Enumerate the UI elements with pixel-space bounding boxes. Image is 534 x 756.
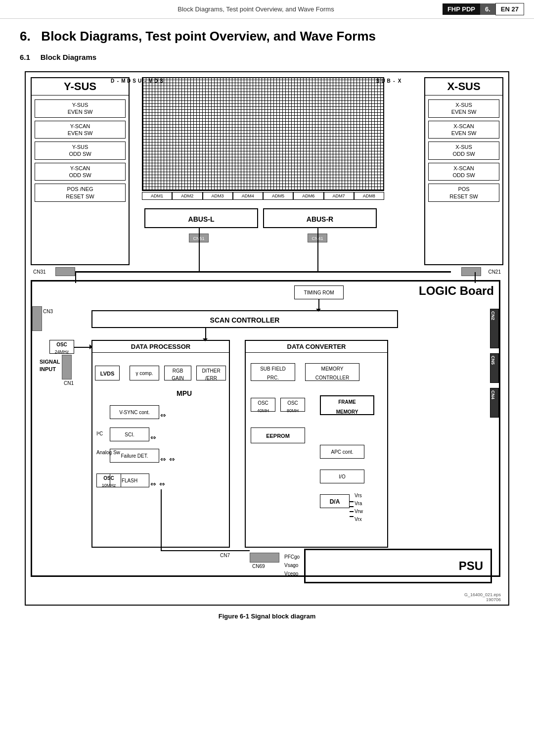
- cn1-connector: [62, 355, 72, 379]
- adm6: ADM6: [293, 192, 323, 200]
- pos-neg-reset-sw: POS /NEGRESET SW: [35, 184, 126, 202]
- ysus-box: Y-SUS Y-SUSEVEN SW Y-SCANEVEN SW Y-SUSOD…: [31, 77, 130, 265]
- cn3-label: CN3: [43, 309, 53, 314]
- adm-row: ADM1 ADM2 ADM3 ADM4 ADM5 ADM6 ADM7 ADM8: [142, 192, 384, 200]
- v-labels: VrsVraVrwVrx: [355, 492, 363, 523]
- header-right: FHP PDP 6. EN 27: [443, 3, 524, 15]
- proc-bottom-line: [161, 489, 162, 550]
- section-title: 6.1 Block Diagrams: [20, 53, 514, 61]
- xsus-title: X-SUS: [425, 78, 502, 95]
- page-label: EN 27: [495, 3, 524, 15]
- yscan-even-sw: Y-SCANEVEN SW: [35, 121, 126, 139]
- horizontal-bus-line: [75, 271, 451, 273]
- data-converter-box: DATA CONVERTER SUB FIELDPRC. MEMORYCONTR…: [245, 340, 388, 548]
- logic-board: LOGIC Board CN3 CN2 CN5 CN4 TIMING ROM S: [31, 280, 500, 577]
- xsus-box: X-SUS X-SUSEVEN SW X-SCANEVEN SW X-SUSOD…: [424, 77, 503, 265]
- failure-det-box: Failure DET.: [110, 449, 159, 463]
- cn51-down-line: [199, 228, 200, 273]
- psu-box: PSU: [304, 549, 492, 583]
- flash-box: FLASH: [110, 473, 149, 487]
- sci-box: SCI.: [110, 427, 149, 441]
- adm2: ADM2: [172, 192, 202, 200]
- cn7-label: CN7: [220, 553, 230, 558]
- cn3-connector: [32, 306, 42, 331]
- da-arrow1: [350, 501, 354, 502]
- xsus-switches: X-SUSEVEN SW X-SCANEVEN SW X-SUSODD SW X…: [425, 95, 502, 206]
- scan-controller-box: SCAN CONTROLLER: [91, 310, 398, 328]
- cn31-label: CN31: [33, 269, 46, 275]
- signal-input-label: SIGNALINPUT: [40, 358, 60, 374]
- chapter-title: 6. Block Diagrams, Test point Overview, …: [20, 29, 514, 44]
- osc-40mh-box: OSC40MH: [251, 398, 275, 412]
- data-converter-title: DATA CONVERTER: [246, 341, 387, 353]
- cn5-connector: CN5: [490, 353, 499, 383]
- xsus-odd-sw: X-SUSODD SW: [428, 142, 499, 160]
- failure-arrows: ⇔: [160, 455, 166, 463]
- psu-title: PSU: [459, 559, 483, 573]
- pfc-labels: PFCgoVsagoVcego: [284, 553, 300, 578]
- chapter-number: 6.: [20, 29, 31, 44]
- io-box: I/O: [320, 470, 364, 483]
- vsync-arrows: ⇔: [160, 412, 166, 419]
- da-box: D/A: [320, 494, 350, 508]
- cn69-connector: [250, 553, 279, 563]
- vsync-box: V-SYNC cont.: [110, 405, 159, 419]
- apc-cont-box: APC cont.: [320, 445, 364, 459]
- block-diagram: Y-SUS Y-SUSEVEN SW Y-SCANEVEN SW Y-SUSOD…: [25, 71, 509, 606]
- mpu-label: MPU: [177, 389, 192, 397]
- xsus-even-sw: X-SUSEVEN SW: [428, 99, 499, 118]
- adm1: ADM1: [142, 192, 172, 200]
- abus-r: ABUS-R: [263, 208, 377, 228]
- dither-err-box: DITHER/ERR: [196, 366, 226, 380]
- da-arrow4: [350, 516, 354, 517]
- sdm-label: SDM-USDM-D: [134, 78, 140, 187]
- adm8: ADM8: [354, 192, 384, 200]
- flash-arrows2: ⇔: [159, 480, 165, 488]
- figure-caption: Figure 6-1 Signal block diagram: [20, 613, 514, 620]
- da-arrow3: [350, 511, 354, 512]
- ysus-down-line: [75, 272, 76, 283]
- osc-24mhz-box: OSC24MHz: [49, 340, 74, 354]
- adm3: ADM3: [203, 192, 233, 200]
- logic-board-title: LOGIC Board: [419, 284, 494, 298]
- lvds-box: LVDS: [95, 366, 120, 380]
- section-number: 6.1: [20, 53, 30, 61]
- timing-rom-box: TIMING ROM: [294, 285, 344, 299]
- section-title-text: Block Diagrams: [41, 53, 96, 61]
- data-processor-title: DATA PROCESSOR: [92, 341, 229, 353]
- chapter-label: 6.: [480, 3, 495, 15]
- bottom-line: [161, 550, 250, 551]
- ysus-odd-sw: Y-SUSODD SW: [35, 142, 126, 160]
- adm5: ADM5: [263, 192, 293, 200]
- memory-controller-box: MEMORYCONTROLLER: [305, 363, 359, 381]
- cn41-down-line: [317, 228, 318, 273]
- ysus-switches: Y-SUSEVEN SW Y-SCANEVEN SW Y-SUSODD SW Y…: [32, 95, 129, 206]
- gamma-comp-box: γ comp.: [130, 366, 159, 380]
- failure-arrows2: ⇔: [169, 455, 175, 463]
- osc-80mh-box: OSC80MH: [280, 398, 305, 412]
- xscan-odd-sw: X-SCANODD SW: [428, 163, 499, 181]
- cn2-connector: CN2: [490, 309, 499, 348]
- osc-arrow-line: [74, 347, 91, 348]
- cn1-label: CN1: [64, 380, 74, 386]
- yscan-odd-sw: Y-SCANODD SW: [35, 163, 126, 181]
- header-title: Block Diagrams, Test point Overview, and…: [69, 5, 443, 13]
- adm4: ADM4: [233, 192, 263, 200]
- da-arrow2: [350, 506, 354, 507]
- file-ref: G_16400_021.eps190706: [464, 592, 501, 602]
- sci-arrows: ⇔: [150, 434, 156, 441]
- rgb-gain-box: RGBGAIN: [164, 366, 191, 380]
- cn4-connector: CN4: [490, 388, 499, 418]
- i2c-label: I²C: [96, 431, 103, 436]
- sub-field-prc-box: SUB FIELDPRC.: [251, 363, 295, 381]
- cn31-connector: [55, 267, 75, 276]
- ysus-even-sw: Y-SUSEVEN SW: [35, 99, 126, 118]
- main-content: 6. Block Diagrams, Test point Overview, …: [0, 19, 534, 630]
- brand-label: FHP PDP: [443, 3, 480, 15]
- frame-memory-box: FRAMEMEMORY: [320, 395, 374, 415]
- cn21-connector: [461, 267, 481, 276]
- cn21-label: CN21: [488, 269, 501, 275]
- cn69-label: CN69: [252, 564, 265, 569]
- abus-l: ABUS-L: [144, 208, 258, 228]
- pos-reset-sw: POSRESET SW: [428, 184, 499, 202]
